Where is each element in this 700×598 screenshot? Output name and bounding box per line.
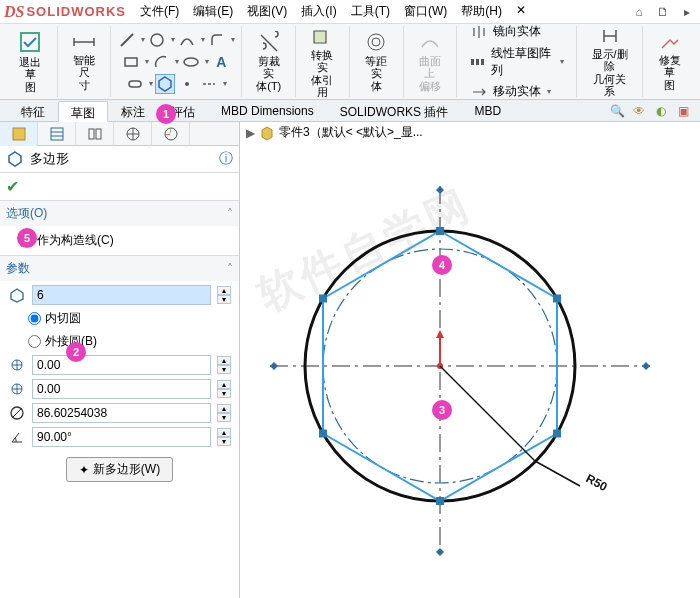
- appearance-icon[interactable]: ◐: [652, 102, 670, 120]
- help-icon[interactable]: ⓘ: [219, 150, 233, 168]
- menu-view[interactable]: 视图(V): [241, 1, 293, 22]
- inscribed-radio-row[interactable]: 内切圆: [8, 309, 231, 328]
- new-polygon-button[interactable]: ✦ 新多边形(W): [66, 457, 173, 482]
- ok-icon[interactable]: ✔: [6, 177, 19, 196]
- callout-1: 1: [156, 104, 176, 124]
- line-tool-icon[interactable]: [117, 30, 137, 50]
- menu-insert[interactable]: 插入(I): [295, 1, 342, 22]
- menu-edit[interactable]: 编辑(E): [187, 1, 239, 22]
- linear-pattern-icon: [469, 52, 487, 72]
- panel-tab-display-mgr[interactable]: [152, 122, 190, 146]
- chevron-up-icon: ˄: [227, 207, 233, 221]
- trim-button[interactable]: 剪裁实 体(T): [248, 29, 289, 93]
- svg-rect-32: [319, 430, 327, 438]
- angle-spinner[interactable]: ▴▾: [217, 428, 231, 446]
- cx-input[interactable]: [32, 355, 211, 375]
- offset-button[interactable]: 等距实 体: [356, 29, 397, 93]
- construction-checkbox-row[interactable]: 作为构造线(C): [8, 230, 231, 251]
- logo-text: SOLIDWORKS: [26, 4, 126, 19]
- tab-mbd[interactable]: MBD: [461, 100, 514, 121]
- circumscribed-radio-row[interactable]: 外接圆(B): [8, 332, 231, 351]
- graphics-canvas[interactable]: ▶ 零件3（默认< <默认>_显... 软件自学网: [240, 122, 700, 598]
- callout-5: 5: [17, 228, 37, 248]
- circumscribed-radio[interactable]: [28, 335, 41, 348]
- diameter-input[interactable]: [32, 403, 211, 423]
- callout-2: 2: [66, 342, 86, 362]
- svg-point-3: [184, 58, 198, 66]
- spline-tool-icon[interactable]: [177, 30, 197, 50]
- inscribed-radio[interactable]: [28, 312, 41, 325]
- chevron-up-icon: ˄: [227, 262, 233, 276]
- search-icon[interactable]: 🔍: [608, 102, 626, 120]
- angle-input[interactable]: [32, 427, 211, 447]
- sides-input[interactable]: [32, 285, 211, 305]
- exit-sketch-button[interactable]: 退出草 图: [10, 28, 51, 94]
- cx-spinner[interactable]: ▴▾: [217, 356, 231, 374]
- inscribed-label: 内切圆: [45, 310, 81, 327]
- smart-dimension-button[interactable]: 智能尺 寸: [64, 30, 105, 92]
- tab-features[interactable]: 特征: [8, 100, 58, 121]
- linear-pattern-button[interactable]: 线性草图阵列▾: [467, 44, 566, 80]
- rect-tool-icon[interactable]: [121, 52, 141, 72]
- part-icon: [259, 125, 275, 141]
- svg-rect-15: [96, 129, 101, 139]
- svg-marker-18: [9, 152, 21, 166]
- tab-sw-addins[interactable]: SOLIDWORKS 插件: [327, 100, 462, 121]
- breadcrumb[interactable]: ▶ 零件3（默认< <默认>_显...: [246, 124, 423, 141]
- dimension-label: R50: [584, 471, 610, 494]
- tab-annotate[interactable]: 标注: [108, 100, 158, 121]
- ribbon-group-relations: 显示/删除 几何关系: [577, 26, 643, 97]
- svg-rect-33: [319, 295, 327, 303]
- polygon-tool-icon[interactable]: [155, 74, 175, 94]
- svg-rect-14: [89, 129, 94, 139]
- new-polygon-icon: ✦: [79, 463, 89, 477]
- home-icon[interactable]: ⌂: [630, 3, 648, 21]
- cy-input[interactable]: [32, 379, 211, 399]
- menu-tools[interactable]: 工具(T): [345, 1, 396, 22]
- pm-params-header[interactable]: 参数 ˄: [0, 256, 239, 281]
- mirror-button[interactable]: 镜向实体: [467, 21, 566, 43]
- logo-ds: DS: [4, 3, 24, 21]
- titlebar: DS SOLIDWORKS 文件(F) 编辑(E) 视图(V) 插入(I) 工具…: [0, 0, 700, 24]
- point-tool-icon[interactable]: [177, 74, 197, 94]
- arc-tool-icon[interactable]: [151, 52, 171, 72]
- panel-tab-dimxpert[interactable]: [114, 122, 152, 146]
- move-label: 移动实体: [493, 83, 541, 100]
- tab-mbd-dimensions[interactable]: MBD Dimensions: [208, 100, 327, 121]
- diameter-field: ▴▾: [8, 403, 231, 423]
- repair-button[interactable]: 修复草 图: [649, 30, 690, 92]
- fillet-tool-icon[interactable]: [207, 30, 227, 50]
- svg-marker-35: [642, 362, 650, 370]
- centerline-tool-icon[interactable]: [199, 74, 219, 94]
- panel-tab-feature-tree[interactable]: [0, 122, 38, 146]
- scene-icon[interactable]: ▣: [674, 102, 692, 120]
- panel-tabs: [0, 122, 239, 146]
- show-relations-button[interactable]: 显示/删除 几何关系: [583, 24, 636, 98]
- cx-field: ▴▾: [8, 355, 231, 375]
- text-tool-icon[interactable]: A: [211, 52, 231, 72]
- menu-window[interactable]: 窗口(W): [398, 1, 453, 22]
- callout-4: 4: [432, 255, 452, 275]
- cy-spinner[interactable]: ▴▾: [217, 380, 231, 398]
- move-icon: [469, 82, 489, 102]
- pm-title: 多边形: [30, 150, 219, 168]
- new-doc-icon[interactable]: 🗋: [654, 3, 672, 21]
- svg-point-8: [372, 38, 380, 46]
- diameter-spinner[interactable]: ▴▾: [217, 404, 231, 422]
- pm-options-header[interactable]: 选项(O) ˄: [0, 201, 239, 226]
- pm-section-params: 参数 ˄ ▴▾ 内切圆 外接圆(B): [0, 255, 239, 492]
- svg-rect-2: [125, 58, 137, 66]
- expand-icon[interactable]: ▸: [678, 3, 696, 21]
- panel-tab-property-mgr[interactable]: [38, 122, 76, 146]
- menu-file[interactable]: 文件(F): [134, 1, 185, 22]
- slot-tool-icon[interactable]: [125, 74, 145, 94]
- show-relations-label: 显示/删除 几何关系: [589, 48, 630, 96]
- ellipse-tool-icon[interactable]: [181, 52, 201, 72]
- surface-offset-button: 曲面上 偏移: [410, 29, 451, 93]
- visibility-icon[interactable]: 👁: [630, 102, 648, 120]
- tab-sketch[interactable]: 草图: [58, 101, 108, 122]
- sides-spinner[interactable]: ▴▾: [217, 286, 231, 304]
- panel-tab-config-mgr[interactable]: [76, 122, 114, 146]
- convert-button[interactable]: 转换实 体引用: [302, 23, 343, 99]
- circle-tool-icon[interactable]: [147, 30, 167, 50]
